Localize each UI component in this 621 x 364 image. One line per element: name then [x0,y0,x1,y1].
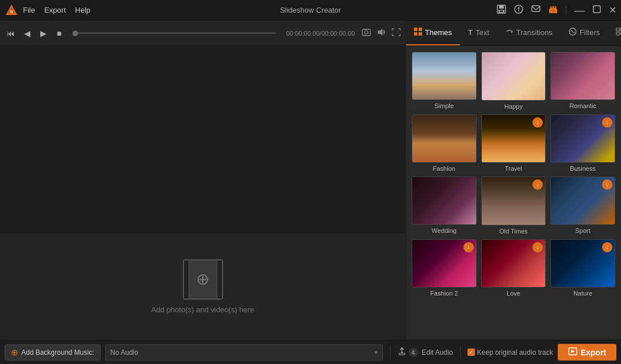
theme-wedding-thumb [412,177,477,225]
add-media-label: Add photo(s) and video(s) here [151,305,254,314]
gift-icon[interactable] [549,5,558,16]
svg-rect-4 [499,5,504,9]
bottom-separator-2 [460,346,461,359]
tab-filters-label: Filters [580,28,600,37]
themes-grid: Simple Happy Romantic Fashion [406,46,621,340]
tab-text[interactable]: T Text [460,21,497,45]
tab-transitions[interactable]: Transitions [497,21,561,45]
extra3-download-icon: ↓ [602,242,612,252]
menu-bar: File Export Help [23,6,497,14]
export-button[interactable]: Export [558,344,616,361]
facebook-icon[interactable]: f [514,5,523,16]
theme-romantic-thumb [550,52,615,100]
svg-rect-22 [414,32,417,36]
time-display: 00:00:00.00/00:00:00.00 [286,30,355,37]
keep-audio-check-icon: ✓ [467,348,475,356]
theme-oldtimes-thumb: ↓ [481,177,546,225]
timeline-section: ⊕ Add photo(s) and video(s) here [0,233,405,340]
theme-extra3[interactable]: ↓ Nature [550,239,615,297]
save-icon[interactable] [497,5,506,16]
svg-marker-31 [571,350,575,353]
theme-oldtimes[interactable]: ↓ Old Times [481,177,546,235]
keep-audio-checkbox[interactable]: ✓ Keep original audio track [467,348,553,357]
text-tab-icon: T [468,28,473,37]
theme-happy-label: Happy [504,103,523,110]
right-panel: Themes T Text Transitions [405,21,621,340]
volume-icon[interactable] [377,28,386,38]
theme-travel[interactable]: ↓ Travel [481,114,546,173]
theme-simple[interactable]: Simple [412,52,477,110]
theme-sport-label: Sport [576,227,591,234]
extra2-download-icon: ↓ [532,242,543,252]
svg-marker-19 [378,29,382,36]
business-download-icon: ↓ [602,117,612,128]
preview-controls: ⏮ ◀ ▶ ■ 00:00:00.00/00:00:00.00 [0,21,405,45]
theme-fashion-label: Fashion [433,165,455,172]
keep-audio-label: Keep original audio track [477,348,553,357]
tab-filters[interactable]: Filters [561,21,608,45]
svg-text:S: S [10,9,13,14]
theme-fashion-thumb [412,114,477,163]
oldtimes-download-icon: ↓ [532,179,543,190]
edit-audio-number: 4 [409,348,418,357]
minimize-button[interactable]: — [574,5,585,16]
stop-button[interactable]: ■ [53,29,66,38]
tab-elements[interactable]: Elements [608,21,621,45]
add-bg-label: Add Background Music: [21,348,94,357]
theme-romantic-label: Romantic [569,102,596,109]
theme-travel-thumb: ↓ [481,114,546,163]
add-background-music-button[interactable]: ⊕ Add Background Music: [5,344,101,361]
export-icon [568,347,577,357]
theme-extra2[interactable]: ↓ Love [481,239,546,297]
tab-themes-label: Themes [425,28,452,37]
svg-rect-23 [419,32,422,36]
theme-travel-label: Travel [505,165,522,172]
svg-text:f: f [518,6,520,13]
theme-extra1[interactable]: ↓ Fashion 2 [412,239,477,297]
svg-point-17 [365,31,368,35]
menu-file[interactable]: File [23,6,35,14]
fullscreen-icon[interactable] [392,28,401,38]
theme-sport[interactable]: ↓ Sport [550,177,615,235]
svg-rect-16 [362,29,370,36]
screenshot-icon[interactable] [362,28,371,38]
menu-help[interactable]: Help [75,6,91,14]
add-media-button[interactable]: ⊕ [183,259,223,300]
theme-fashion[interactable]: Fashion [412,114,477,173]
prev-button[interactable]: ⏮ [5,29,17,38]
export-label: Export [581,348,606,357]
themes-tab-icon [414,28,422,37]
bottom-separator-1 [390,346,390,359]
rewind-button[interactable]: ◀ [21,29,33,38]
play-button[interactable]: ▶ [37,29,49,38]
plus-icon: ⊕ [196,271,209,288]
svg-rect-27 [616,32,619,35]
theme-romantic[interactable]: Romantic [550,52,615,110]
progress-thumb[interactable] [72,30,78,36]
edit-audio-button[interactable]: 4 Edit Audio [397,347,453,358]
app-title: Slideshow Creator [280,6,341,14]
app-logo-icon: S [5,3,18,17]
theme-happy[interactable]: Happy [481,52,546,110]
message-icon[interactable] [531,5,540,16]
add-bg-plus-icon: ⊕ [11,347,18,358]
progress-bar[interactable] [72,32,276,34]
filters-tab-icon [569,28,577,37]
theme-wedding[interactable]: Wedding [412,177,477,235]
svg-rect-15 [593,6,600,13]
maximize-button[interactable] [593,5,601,16]
theme-extra2-label: Love [507,290,520,297]
left-panel: AISEESOFT ⏮ ◀ ▶ ■ [0,21,405,340]
audio-select-dropdown[interactable]: No Audio ▾ [105,344,383,361]
menu-export[interactable]: Export [44,6,66,14]
close-button[interactable]: ✕ [609,5,616,16]
dropdown-arrow-icon: ▾ [374,348,378,357]
theme-oldtimes-label: Old Times [499,228,528,235]
theme-happy-thumb [481,52,546,101]
content-row: AISEESOFT ⏮ ◀ ▶ ■ [0,21,621,340]
theme-business[interactable]: ↓ Business [550,114,615,173]
titlebar-separator [566,6,566,15]
tab-themes[interactable]: Themes [406,21,460,45]
theme-extra3-label: Nature [573,290,592,297]
svg-rect-18 [365,29,367,30]
